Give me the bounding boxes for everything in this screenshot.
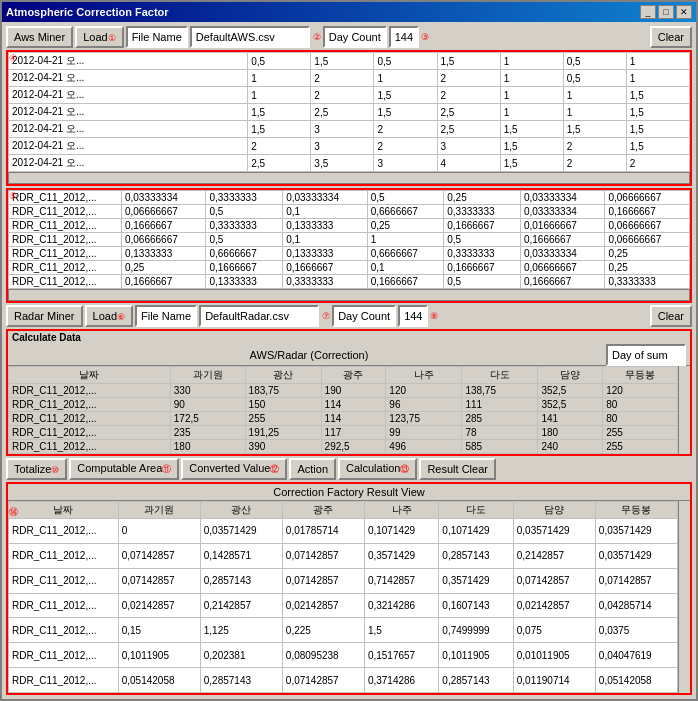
rdr-table-section: ⑤ RDR_C11_2012,...0,033333340,33333330,0… <box>6 188 692 303</box>
action-row: Totalize⑩ Computable Area⑪ Converted Val… <box>6 458 692 480</box>
calc-vscroll[interactable] <box>678 366 690 454</box>
table-row: 2012-04-21 오...1,5322,51,51,51,5 <box>9 121 690 138</box>
file-name-label-2: File Name <box>135 305 197 327</box>
file-value-1: DefaultAWS.csv <box>190 26 310 48</box>
table-row: 2012-04-21 오...0,51,50,51,510,51 <box>9 53 690 70</box>
correction-factory-table-container: 날짜과기원광산광주나주다도담양무등봉 RDR_C11_2012,...00,03… <box>8 501 690 693</box>
table-row: 2012-04-21 오...121210,51 <box>9 70 690 87</box>
table-row: RDR_C11_2012,...0,071428570,14285710,071… <box>9 543 678 568</box>
load-number-1: ① <box>108 33 116 43</box>
table-row: RDR_C11_2012,...0,10119050,2023810,08095… <box>9 643 678 668</box>
day-count-value-1: 144 <box>389 26 419 48</box>
table-row: RDR_C11_2012,...0,071428570,28571430,071… <box>9 568 678 593</box>
load-number-2: ⑥ <box>117 312 125 322</box>
table-row: RDR_C11_2012,...0,033333340,33333330,033… <box>9 191 690 205</box>
computable-number: ⑪ <box>162 464 171 474</box>
section-number-4: ④ <box>9 53 17 63</box>
clear-button-2[interactable]: Clear <box>650 305 692 327</box>
maximize-button[interactable]: □ <box>658 5 674 19</box>
calculation-button[interactable]: Calculation⑬ <box>338 458 417 480</box>
file-number-1: ② <box>313 32 321 42</box>
table-row: RDR_C11_2012,...0,151,1250,2251,50,74999… <box>9 618 678 643</box>
rdr-table-container: RDR_C11_2012,...0,033333340,33333330,033… <box>8 190 690 289</box>
calc-header: AWS/Radar (Correction) Day of sum <box>8 344 690 366</box>
day-of-sum-label: Day of sum <box>606 344 686 366</box>
aws-table-container: 2012-04-21 오...0,51,50,51,510,512012-04-… <box>8 52 690 172</box>
converted-value-button[interactable]: Converted Value⑫ <box>181 458 287 480</box>
load-button-2[interactable]: Load⑥ <box>85 305 133 327</box>
table-row: RDR_C11_2012,...235191,251179978180255 <box>9 426 678 440</box>
main-window: Atmospheric Correction Factor _ □ ✕ Aws … <box>0 0 698 701</box>
table-row: RDR_C11_2012,...330183,75190120138,75352… <box>9 384 678 398</box>
toolbar-row-2: Radar Miner Load⑥ File Name DefaultRadar… <box>6 305 692 327</box>
day-count-label-1: Day Count <box>323 26 387 48</box>
correction-factory-section: ⑭ Correction Factory Result View 날짜과기원광산… <box>6 482 692 695</box>
calc-table-container: 날짜과기원광산광주나주다도담양무등봉 RDR_C11_2012,...33018… <box>8 366 690 454</box>
title-bar-buttons: _ □ ✕ <box>640 5 692 19</box>
file-value-2: DefaultRadar.csv <box>199 305 319 327</box>
table-row: RDR_C11_2012,...172,5255114123,752851418… <box>9 412 678 426</box>
calculate-label: Calculate Data <box>8 331 690 344</box>
section-number-5: ⑤ <box>9 191 17 201</box>
aws-table-section: ④ 2012-04-21 오...0,51,50,51,510,512012-0… <box>6 50 692 186</box>
correction-factory-table: 날짜과기원광산광주나주다도담양무등봉 RDR_C11_2012,...00,03… <box>8 501 678 693</box>
file-name-label-1: File Name <box>126 26 188 48</box>
table-row: 2012-04-21 오...1,52,51,52,5111,5 <box>9 104 690 121</box>
day-count-number-1: ③ <box>421 32 429 42</box>
table-row: RDR_C11_2012,...00,035714290,017857140,1… <box>9 519 678 544</box>
clear-button-1[interactable]: Clear <box>650 26 692 48</box>
day-count-number-2: ⑧ <box>430 311 438 321</box>
close-button[interactable]: ✕ <box>676 5 692 19</box>
table-row: RDR_C11_2012,...0,051420580,28571430,071… <box>9 668 678 693</box>
rdr-hscroll[interactable] <box>8 289 690 301</box>
table-row: RDR_C11_2012,...0,16666670,13333330,3333… <box>9 275 690 289</box>
radar-miner-button[interactable]: Radar Miner <box>6 305 83 327</box>
content-area: Aws Miner Load① File Name DefaultAWS.csv… <box>2 22 696 699</box>
table-row: RDR_C11_2012,...0,066666670,50,10,666666… <box>9 205 690 219</box>
aws-hscroll[interactable] <box>8 172 690 184</box>
table-row: RDR_C11_2012,...0,250,16666670,16666670,… <box>9 261 690 275</box>
file-number-2: ⑦ <box>322 311 330 321</box>
table-row: RDR_C11_2012,...0,13333330,66666670,1333… <box>9 247 690 261</box>
table-row: 2012-04-21 오...2,53,5341,522 <box>9 155 690 172</box>
day-count-value-2: 144 <box>398 305 428 327</box>
totalize-button[interactable]: Totalize⑩ <box>6 458 67 480</box>
minimize-button[interactable]: _ <box>640 5 656 19</box>
calc-title: AWS/Radar (Correction) <box>12 349 606 361</box>
table-row: RDR_C11_2012,...0,066666670,50,110,50,16… <box>9 233 690 247</box>
aws-miner-button[interactable]: Aws Miner <box>6 26 73 48</box>
totalize-number: ⑩ <box>51 465 59 475</box>
computable-area-button[interactable]: Computable Area⑪ <box>69 458 179 480</box>
table-row: 2012-04-21 오...121,52111,5 <box>9 87 690 104</box>
table-row: 2012-04-21 오...23231,521,5 <box>9 138 690 155</box>
window-title: Atmospheric Correction Factor <box>6 6 169 18</box>
toolbar-row-1: Aws Miner Load① File Name DefaultAWS.csv… <box>6 26 692 48</box>
calculation-number: ⑬ <box>400 464 409 474</box>
day-count-label-2: Day Count <box>332 305 396 327</box>
table-row: RDR_C11_2012,...0,16666670,33333330,1333… <box>9 219 690 233</box>
table-row: RDR_C11_2012,...0,021428570,21428570,021… <box>9 593 678 618</box>
table-row: RDR_C11_2012,...9015011496111352,580 <box>9 398 678 412</box>
title-bar: Atmospheric Correction Factor _ □ ✕ <box>2 2 696 22</box>
section-number-14: ⑭ <box>9 506 18 519</box>
correction-vscroll[interactable] <box>678 501 690 693</box>
converted-number: ⑫ <box>270 464 279 474</box>
rdr-table: RDR_C11_2012,...0,033333340,33333330,033… <box>8 190 690 289</box>
action-button[interactable]: Action <box>289 458 336 480</box>
calc-table: 날짜과기원광산광주나주다도담양무등봉 RDR_C11_2012,...33018… <box>8 366 678 454</box>
result-clear-button[interactable]: Result Clear <box>419 458 496 480</box>
correction-factory-title: Correction Factory Result View <box>8 484 690 501</box>
calculate-section: Calculate Data AWS/Radar (Correction) Da… <box>6 329 692 456</box>
table-row: RDR_C11_2012,...180390292,5496585240255 <box>9 440 678 454</box>
load-button-1[interactable]: Load① <box>75 26 123 48</box>
aws-table: 2012-04-21 오...0,51,50,51,510,512012-04-… <box>8 52 690 172</box>
